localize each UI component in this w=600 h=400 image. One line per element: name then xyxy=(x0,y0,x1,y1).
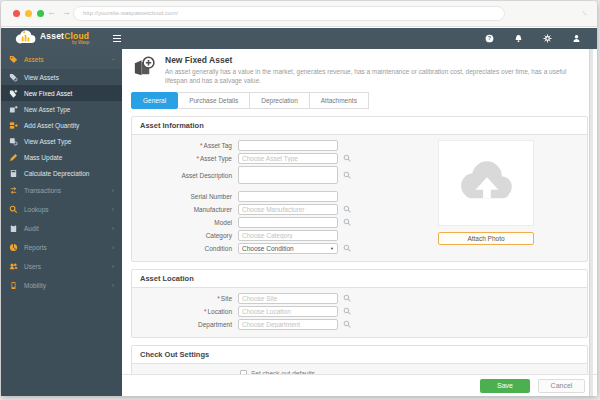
sidebar-item-assets[interactable]: Assets› xyxy=(1,49,122,69)
mobile-icon xyxy=(9,281,18,290)
tab-depreciation[interactable]: Depreciation xyxy=(250,92,310,109)
section-asset-information: Asset Information xyxy=(131,116,588,262)
tab-purchase-details[interactable]: Purchase Details xyxy=(178,92,250,109)
menu-toggle-icon[interactable] xyxy=(113,35,121,42)
sidebar-item-label: Reports xyxy=(24,244,47,251)
lookup-icon[interactable] xyxy=(343,244,352,253)
app-root: AssetCloud by Wasp ? Assets›View AssetsN… xyxy=(1,28,597,396)
box-search-icon xyxy=(9,137,18,146)
chevron-icon: › xyxy=(112,225,114,232)
main-content: New Fixed Asset An asset generally has a… xyxy=(122,49,597,396)
sidebar-item-new-fixed-asset[interactable]: New Fixed Asset xyxy=(1,85,122,101)
sidebar-item-label: Calculate Depreciation xyxy=(24,170,89,177)
sidebar-item-label: Mobility xyxy=(24,282,46,289)
model-input[interactable] xyxy=(238,217,338,228)
browser-forward-icon[interactable]: → xyxy=(62,7,71,17)
page-header: New Fixed Asset An asset generally has a… xyxy=(131,55,597,85)
tab-general[interactable]: General xyxy=(131,92,178,109)
clipboard-icon xyxy=(9,224,18,233)
lookup-icon[interactable] xyxy=(343,154,352,163)
assetcloud-logo[interactable]: AssetCloud by Wasp xyxy=(13,29,89,49)
address-bar[interactable]: http://yoursite.waspassetcloud.com/ xyxy=(73,6,505,21)
sidebar-item-add-asset-quantity[interactable]: Add Asset Quantity xyxy=(1,117,122,133)
tab-bar: GeneralPurchase DetailsDepreciationAttac… xyxy=(131,92,597,109)
sidebar-item-label: Audit xyxy=(24,225,39,232)
chevron-icon: › xyxy=(112,263,114,270)
pencil-icon xyxy=(9,153,18,162)
photo-dropzone[interactable] xyxy=(438,140,534,226)
asset-type-input[interactable] xyxy=(238,153,338,164)
asset-tag-input[interactable] xyxy=(238,140,338,151)
browser-window: ← → http://yoursite.waspassetcloud.com/ … xyxy=(1,1,597,396)
user-icon[interactable] xyxy=(572,34,581,43)
manufacturer-input[interactable] xyxy=(238,204,338,215)
condition-select[interactable]: Choose Condition▼ xyxy=(238,243,338,254)
maximize-window-button[interactable] xyxy=(37,10,44,17)
site-input[interactable] xyxy=(238,293,338,304)
sidebar-item-label: Users xyxy=(24,263,41,270)
tag-plus-icon xyxy=(9,89,18,98)
page-description: An asset generally has a value in the ma… xyxy=(165,68,585,85)
chevron-icon: › xyxy=(112,206,114,213)
cloud-logo-icon xyxy=(13,29,37,49)
help-icon[interactable]: ? xyxy=(485,34,494,43)
cancel-button[interactable]: Cancel xyxy=(538,379,585,393)
resize-icon[interactable]: ↔ xyxy=(579,7,590,18)
pie-icon xyxy=(9,243,18,252)
logo-text-asset: Asset xyxy=(40,31,64,41)
attach-photo-button[interactable]: Attach Photo xyxy=(438,232,534,245)
field-label: *Asset Tag xyxy=(140,142,238,149)
lookup-icon[interactable] xyxy=(343,218,352,227)
field-label: *Location xyxy=(140,308,238,315)
sidebar-item-view-asset-type[interactable]: View Asset Type xyxy=(1,133,122,149)
field-label: *Site xyxy=(140,295,238,302)
browser-chrome: ← → http://yoursite.waspassetcloud.com/ … xyxy=(1,1,597,27)
photo-panel: Attach Photo xyxy=(438,140,534,245)
sidebar-item-audit[interactable]: Audit› xyxy=(1,219,122,238)
sidebar-item-transactions[interactable]: Transactions› xyxy=(1,181,122,200)
lookup-icon[interactable] xyxy=(343,307,352,316)
lookup-icon[interactable] xyxy=(343,320,352,329)
lookup-icon[interactable] xyxy=(343,294,352,303)
chevron-icon: › xyxy=(112,244,114,251)
tag-search-icon xyxy=(9,73,18,82)
minimize-window-button[interactable] xyxy=(25,10,32,17)
browser-back-icon[interactable]: ← xyxy=(47,7,56,17)
section-title: Check Out Settings xyxy=(132,346,587,364)
header-icons: ? xyxy=(485,34,581,43)
close-window-button[interactable] xyxy=(13,10,20,17)
sidebar-item-label: Transactions xyxy=(24,187,61,194)
sidebar-item-lookups[interactable]: Lookups› xyxy=(1,200,122,219)
sidebar-item-users[interactable]: Users› xyxy=(1,257,122,276)
sidebar-item-calculate-depreciation[interactable]: Calculate Depreciation xyxy=(1,165,122,181)
field-label: Manufacturer xyxy=(140,206,238,213)
lookup-icon[interactable] xyxy=(343,171,352,180)
chevron-icon: › xyxy=(109,58,116,60)
field-label: Category xyxy=(140,232,238,239)
sidebar-item-mass-update[interactable]: Mass Update xyxy=(1,149,122,165)
sidebar-item-label: View Asset Type xyxy=(24,138,71,145)
department-input[interactable] xyxy=(238,319,338,330)
tag-icon xyxy=(9,55,18,64)
sidebar-item-label: New Asset Type xyxy=(24,106,71,113)
serial-number-input[interactable] xyxy=(238,191,338,202)
sidebar-item-view-assets[interactable]: View Assets xyxy=(1,69,122,85)
field-label: Condition xyxy=(140,245,238,252)
sidebar: Assets›View AssetsNew Fixed AssetNew Ass… xyxy=(1,49,122,396)
settings-icon[interactable] xyxy=(543,34,552,43)
asset-description-textarea[interactable] xyxy=(238,166,338,184)
scrollbar[interactable] xyxy=(589,49,593,396)
tab-attachments[interactable]: Attachments xyxy=(310,92,369,109)
logo-text-cloud: Cloud xyxy=(64,31,89,41)
sidebar-item-reports[interactable]: Reports› xyxy=(1,238,122,257)
sidebar-item-mobility[interactable]: Mobility› xyxy=(1,276,122,295)
lookup-icon[interactable] xyxy=(343,205,352,214)
sidebar-item-new-asset-type[interactable]: New Asset Type xyxy=(1,101,122,117)
save-button[interactable]: Save xyxy=(480,379,530,393)
logo-byline: by Wasp xyxy=(40,41,89,46)
notifications-icon[interactable] xyxy=(514,34,523,43)
location-input[interactable] xyxy=(238,306,338,317)
category-input[interactable] xyxy=(238,230,338,241)
transfer-icon xyxy=(9,186,18,195)
app-header: AssetCloud by Wasp ? xyxy=(1,28,597,49)
